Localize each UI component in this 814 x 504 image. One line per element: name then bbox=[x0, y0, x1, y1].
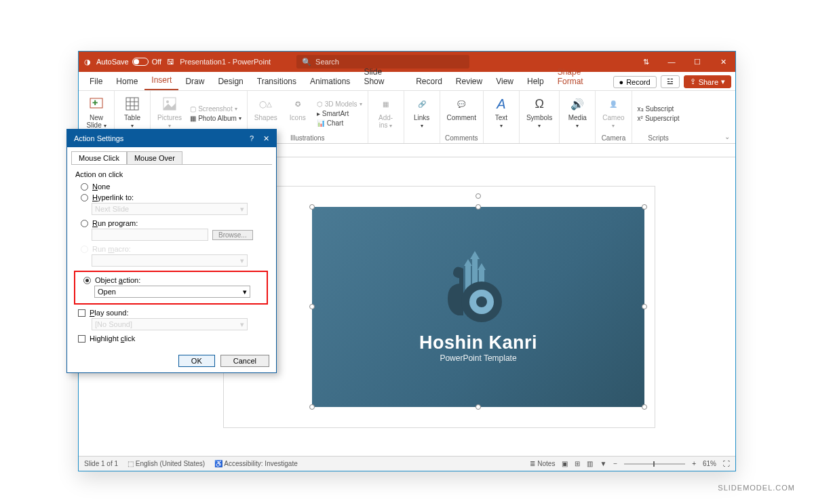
language-indicator[interactable]: ⬚ English (United States) bbox=[128, 460, 205, 467]
dialog-title: Action Settings bbox=[74, 134, 123, 142]
tab-transitions[interactable]: Transitions bbox=[250, 73, 303, 90]
document-title: Presentation1 - PowerPoint bbox=[180, 58, 271, 66]
fit-button[interactable]: ⛶ bbox=[723, 460, 730, 467]
sync-icon[interactable]: ⇅ bbox=[639, 58, 653, 66]
rotate-handle[interactable] bbox=[476, 193, 481, 199]
ribbon-collapse-chevron[interactable]: ⌄ bbox=[719, 130, 735, 143]
tab-animations[interactable]: Animations bbox=[303, 73, 357, 90]
svg-point-14 bbox=[476, 296, 487, 307]
dialog-close-button[interactable]: ✕ bbox=[263, 134, 269, 143]
browse-button[interactable]: Browse... bbox=[212, 230, 253, 240]
maximize-button[interactable]: ☐ bbox=[691, 58, 704, 66]
hyperlink-select[interactable]: Next Slide▾ bbox=[92, 203, 248, 215]
chart-button[interactable]: 📊 Chart bbox=[315, 119, 364, 128]
view-slideshow-icon[interactable]: ▼ bbox=[600, 460, 606, 467]
icons-button[interactable]: ✪Icons bbox=[284, 94, 311, 133]
slide-subtitle: PowerPoint Template bbox=[440, 353, 516, 363]
minimize-button[interactable]: — bbox=[665, 58, 678, 66]
tab-mouse-over[interactable]: Mouse Over bbox=[127, 151, 182, 164]
run-macro-select: ▾ bbox=[92, 254, 248, 267]
view-normal-icon[interactable]: ▣ bbox=[562, 460, 568, 467]
embedded-object[interactable]: Hoshin Kanri PowerPoint Template bbox=[312, 207, 644, 407]
view-reading-icon[interactable]: ▥ bbox=[587, 460, 593, 467]
zoom-slider[interactable] bbox=[624, 463, 685, 465]
dialog-help-button[interactable]: ? bbox=[250, 134, 254, 143]
ok-button[interactable]: OK bbox=[178, 355, 215, 367]
dialog-titlebar[interactable]: Action Settings ? ✕ bbox=[67, 130, 276, 147]
table-button[interactable]: Table▾ bbox=[119, 94, 146, 133]
tab-mouse-click[interactable]: Mouse Click bbox=[71, 151, 127, 164]
slide-indicator: Slide 1 of 1 bbox=[84, 460, 118, 467]
links-button[interactable]: 🔗Links▾ bbox=[408, 94, 435, 133]
tab-record[interactable]: Record bbox=[409, 73, 449, 90]
slide: Hoshin Kanri PowerPoint Template bbox=[224, 187, 655, 427]
ribbon-tabs: File Home Insert Draw Design Transitions… bbox=[79, 72, 735, 91]
svg-text:✚: ✚ bbox=[92, 99, 98, 106]
tab-review[interactable]: Review bbox=[449, 73, 489, 90]
cameo-button[interactable]: 👤Cameo▾ bbox=[600, 94, 627, 133]
watermark: SLIDEMODEL.COM bbox=[718, 484, 795, 492]
radio-run-program[interactable]: Run program: bbox=[81, 219, 268, 227]
close-button[interactable]: ✕ bbox=[716, 58, 730, 66]
save-icon[interactable]: 🖫 bbox=[167, 58, 174, 66]
comment-button[interactable]: 💬Comment bbox=[444, 94, 479, 133]
subscript-button[interactable]: x₂ Subscript bbox=[636, 104, 681, 113]
addins-button[interactable]: ▦Add-ins ▾ bbox=[372, 94, 400, 133]
media-button[interactable]: 🔊Media▾ bbox=[564, 94, 591, 133]
tab-file[interactable]: File bbox=[83, 73, 109, 90]
object-action-select[interactable]: Open▾ bbox=[94, 286, 250, 298]
3dmodels-button[interactable]: ⬡ 3D Models ▾ bbox=[315, 100, 364, 109]
svg-marker-9 bbox=[470, 251, 480, 259]
zoom-in-button[interactable]: + bbox=[692, 460, 696, 467]
slide-title: Hoshin Kanri bbox=[419, 332, 537, 353]
superscript-button[interactable]: x² Superscript bbox=[636, 114, 681, 123]
share-button[interactable]: ⇪ Share ▾ bbox=[684, 75, 731, 88]
svg-marker-10 bbox=[464, 259, 472, 266]
tab-home[interactable]: Home bbox=[109, 73, 144, 90]
zoom-out-button[interactable]: − bbox=[613, 460, 617, 467]
tab-insert[interactable]: Insert bbox=[144, 71, 178, 90]
pictures-button[interactable]: Pictures▾ bbox=[155, 94, 185, 133]
photo-album-button[interactable]: ▦ Photo Album ▾ bbox=[189, 114, 243, 123]
comments-toggle[interactable]: ☳ bbox=[661, 75, 680, 88]
highlighted-area: Object action: Open▾ bbox=[74, 271, 268, 305]
radio-run-macro: Run macro: bbox=[81, 245, 268, 253]
radio-hyperlink[interactable]: Hyperlink to: bbox=[81, 193, 268, 201]
tab-draw[interactable]: Draw bbox=[178, 73, 211, 90]
tab-view[interactable]: View bbox=[489, 73, 520, 90]
symbols-button[interactable]: ΩSymbols▾ bbox=[524, 94, 555, 133]
tab-slideshow[interactable]: Slide Show bbox=[357, 63, 409, 90]
accessibility-indicator[interactable]: ♿ Accessibility: Investigate bbox=[214, 460, 298, 467]
text-button[interactable]: AText▾ bbox=[488, 94, 515, 133]
radio-object-action[interactable]: Object action: bbox=[83, 276, 264, 284]
view-sorter-icon[interactable]: ⊞ bbox=[575, 460, 580, 467]
checkbox-play-sound[interactable]: Play sound: bbox=[78, 309, 268, 317]
status-bar: Slide 1 of 1 ⬚ English (United States) ♿… bbox=[79, 456, 735, 471]
app-icon: ◑ bbox=[84, 58, 91, 66]
tab-help[interactable]: Help bbox=[520, 73, 551, 90]
run-program-input[interactable] bbox=[92, 229, 208, 241]
tab-design[interactable]: Design bbox=[211, 73, 250, 90]
svg-point-8 bbox=[166, 100, 169, 103]
new-slide-button[interactable]: ✚ NewSlide ▾ bbox=[83, 94, 110, 133]
action-on-click-label: Action on click bbox=[75, 170, 268, 178]
radio-none[interactable]: None bbox=[81, 182, 268, 191]
svg-marker-11 bbox=[478, 263, 486, 270]
notes-button[interactable]: ≣ Notes bbox=[530, 460, 555, 467]
hoshin-graphic bbox=[431, 251, 526, 332]
screenshot-button[interactable]: ▢ Screenshot ▾ bbox=[189, 104, 243, 113]
smartart-button[interactable]: ▸ SmartArt bbox=[315, 109, 364, 118]
zoom-level[interactable]: 61% bbox=[703, 460, 716, 467]
autosave-toggle[interactable]: AutoSave Off bbox=[96, 58, 161, 66]
shapes-button[interactable]: ◯△Shapes bbox=[252, 94, 280, 133]
svg-rect-2 bbox=[126, 98, 138, 110]
checkbox-highlight-click[interactable]: Highlight click bbox=[78, 334, 268, 343]
record-button[interactable]: ● Record bbox=[613, 76, 657, 88]
cancel-button[interactable]: Cancel bbox=[220, 355, 269, 367]
action-settings-dialog: Action Settings ? ✕ Mouse Click Mouse Ov… bbox=[66, 129, 277, 373]
tab-shape-format[interactable]: Shape Format bbox=[551, 63, 613, 90]
search-icon: 🔍 bbox=[302, 58, 311, 66]
play-sound-select[interactable]: [No Sound]▾ bbox=[92, 318, 248, 330]
